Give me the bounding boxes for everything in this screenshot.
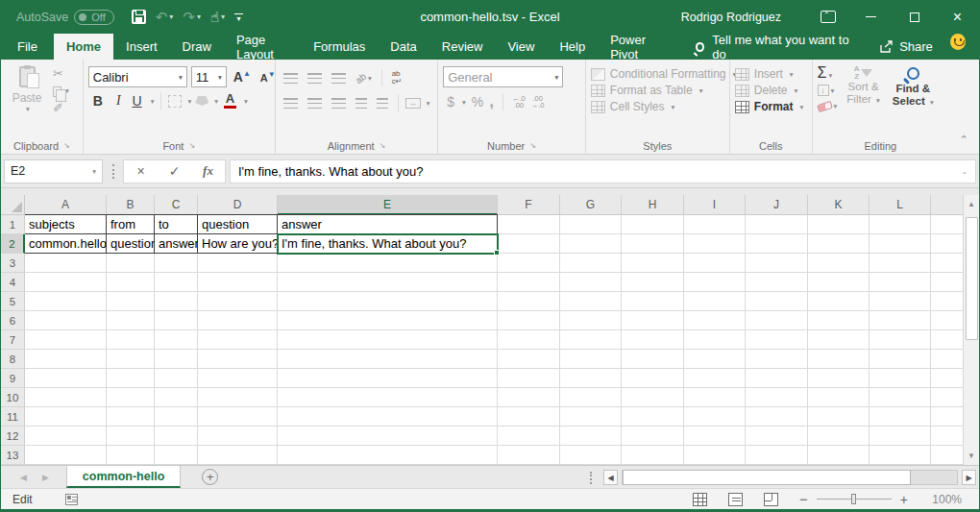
cell-E13[interactable] xyxy=(278,446,498,465)
cell-K2[interactable] xyxy=(808,234,870,254)
cell-L11[interactable] xyxy=(870,407,931,427)
decrease-decimal-button[interactable]: .00→.0 xyxy=(531,95,545,110)
column-header-A[interactable]: A xyxy=(25,195,107,215)
cell-H5[interactable] xyxy=(622,292,684,311)
cell-E3[interactable] xyxy=(278,254,498,273)
cell-J9[interactable] xyxy=(746,369,808,388)
cell-D10[interactable] xyxy=(198,388,278,407)
fill-color-dropdown-icon[interactable]: ▾ xyxy=(214,97,218,106)
cell-B8[interactable] xyxy=(107,350,155,369)
cell-J1[interactable] xyxy=(746,215,808,234)
cell-G11[interactable] xyxy=(560,407,622,427)
cell-G13[interactable] xyxy=(560,446,622,465)
row-header-11[interactable]: 11 xyxy=(1,407,25,427)
close-button[interactable]: × xyxy=(936,0,979,34)
cell-L2[interactable] xyxy=(870,234,931,254)
cell-A12[interactable] xyxy=(25,427,107,446)
cell-G6[interactable] xyxy=(560,311,622,330)
ribbon-tab-page-layout[interactable]: Page Layout xyxy=(224,34,301,60)
column-header-H[interactable]: H xyxy=(622,195,684,215)
cell-D13[interactable] xyxy=(198,446,278,465)
fill-button[interactable]: ↓▾ xyxy=(818,85,838,96)
autosave-toggle[interactable]: AutoSave Off xyxy=(16,10,114,25)
cell-A13[interactable] xyxy=(25,446,107,465)
cell-D4[interactable] xyxy=(198,273,278,292)
scroll-down-icon[interactable]: ▼ xyxy=(964,447,980,465)
cell-F4[interactable] xyxy=(498,273,560,292)
cell-L7[interactable] xyxy=(870,330,931,350)
cell-I1[interactable] xyxy=(684,215,746,234)
paste-button[interactable]: Paste ▾ xyxy=(6,63,48,137)
cell-E11[interactable] xyxy=(278,407,498,427)
cell-I12[interactable] xyxy=(684,427,746,446)
cell-G4[interactable] xyxy=(560,273,622,292)
scroll-left-icon[interactable]: ◀ xyxy=(603,470,618,485)
cell-D6[interactable] xyxy=(198,311,278,330)
cell-K6[interactable] xyxy=(808,311,870,330)
cell-L3[interactable] xyxy=(870,254,931,273)
macro-record-icon[interactable] xyxy=(65,494,78,505)
column-header-L[interactable]: L xyxy=(870,195,931,215)
cell-D7[interactable] xyxy=(198,330,278,350)
cell-partial-5[interactable] xyxy=(931,292,965,311)
cell-B7[interactable] xyxy=(107,330,155,350)
font-size-combo[interactable]: 11▾ xyxy=(191,66,227,87)
cell-B4[interactable] xyxy=(107,273,155,292)
new-sheet-button[interactable]: + xyxy=(202,469,218,485)
cell-K1[interactable] xyxy=(808,215,870,234)
cell-J8[interactable] xyxy=(746,350,808,369)
number-dialog-launcher[interactable]: ↘ xyxy=(529,141,536,150)
grow-font-button[interactable]: A▲ xyxy=(231,69,254,85)
cell-partial-4[interactable] xyxy=(931,273,965,292)
column-header-D[interactable]: D xyxy=(198,195,278,215)
cell-partial-1[interactable] xyxy=(931,215,965,234)
undo-button[interactable]: ↶▾ xyxy=(152,5,178,30)
cell-A11[interactable] xyxy=(25,407,107,427)
cell-B13[interactable] xyxy=(107,446,155,465)
autosave-pill[interactable]: Off xyxy=(74,10,113,25)
scroll-up-icon[interactable]: ▲ xyxy=(964,195,980,213)
cell-G12[interactable] xyxy=(560,427,622,446)
cell-F11[interactable] xyxy=(498,407,560,427)
formula-input[interactable]: I'm fine, thanks. What about you?⌄ xyxy=(230,159,976,183)
row-header-1[interactable]: 1 xyxy=(1,215,25,234)
cell-K12[interactable] xyxy=(808,427,870,446)
align-middle-button[interactable] xyxy=(305,71,325,85)
cell-B3[interactable] xyxy=(107,254,155,273)
merge-dropdown-icon[interactable]: ▾ xyxy=(427,99,430,108)
cell-H4[interactable] xyxy=(622,273,684,292)
cell-B9[interactable] xyxy=(107,369,155,388)
cell-H12[interactable] xyxy=(622,427,684,446)
accounting-format-button[interactable]: $ xyxy=(447,94,454,110)
align-top-button[interactable] xyxy=(281,71,301,85)
cell-G8[interactable] xyxy=(560,350,622,369)
row-header-13[interactable]: 13 xyxy=(1,446,25,465)
conditional-formatting-button[interactable]: Conditional Formatting▾ xyxy=(591,67,737,81)
user-name[interactable]: Rodrigo Rodriguez xyxy=(681,11,781,24)
name-box[interactable]: E2▾ xyxy=(4,159,103,183)
cell-partial-10[interactable] xyxy=(931,388,965,407)
cell-C9[interactable] xyxy=(155,369,198,388)
fill-color-button[interactable] xyxy=(195,96,208,106)
cell-G3[interactable] xyxy=(560,254,622,273)
cut-button[interactable]: ✂ xyxy=(53,67,69,81)
cell-B2[interactable]: question xyxy=(107,234,155,254)
ribbon-tab-data[interactable]: Data xyxy=(378,34,429,60)
cell-C11[interactable] xyxy=(155,407,198,427)
cell-K13[interactable] xyxy=(808,446,870,465)
column-header-E[interactable]: E xyxy=(278,195,498,215)
cell-partial-2[interactable] xyxy=(931,234,965,254)
ribbon-tab-power-pivot[interactable]: Power Pivot xyxy=(598,34,673,60)
percent-style-button[interactable]: % xyxy=(472,94,483,110)
cell-J4[interactable] xyxy=(746,273,808,292)
cell-C4[interactable] xyxy=(155,273,198,292)
cell-I8[interactable] xyxy=(684,350,746,369)
cell-H6[interactable] xyxy=(622,311,684,330)
row-header-4[interactable]: 4 xyxy=(1,273,25,292)
undo-dropdown-icon[interactable]: ▾ xyxy=(169,12,173,21)
name-box-dropdown-icon[interactable]: ▾ xyxy=(92,167,96,176)
tell-me-search[interactable]: Tell me what you want to do xyxy=(686,34,869,60)
cell-L13[interactable] xyxy=(870,446,931,465)
cell-A10[interactable] xyxy=(25,388,107,407)
cell-C7[interactable] xyxy=(155,330,198,350)
